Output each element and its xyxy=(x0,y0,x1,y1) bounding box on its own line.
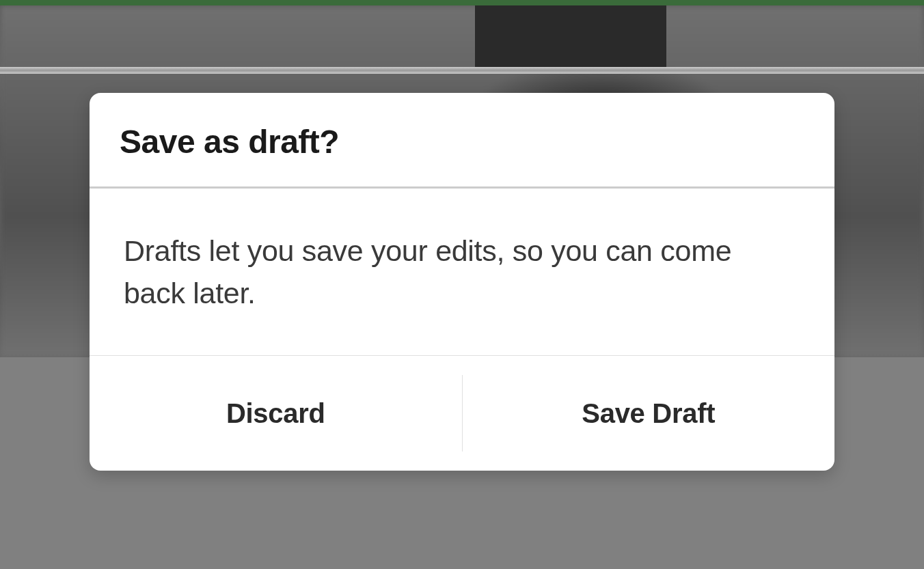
save-draft-dialog: Save as draft? Drafts let you save your … xyxy=(90,93,834,471)
save-draft-button[interactable]: Save Draft xyxy=(463,356,835,471)
discard-button[interactable]: Discard xyxy=(90,356,462,471)
dialog-header: Save as draft? xyxy=(90,93,834,189)
dialog-body: Drafts let you save your edits, so you c… xyxy=(90,189,834,357)
modal-overlay: Save as draft? Drafts let you save your … xyxy=(0,0,924,569)
dialog-message: Drafts let you save your edits, so you c… xyxy=(124,230,800,315)
dialog-actions: Discard Save Draft xyxy=(90,356,834,471)
dialog-title: Save as draft? xyxy=(120,123,804,161)
